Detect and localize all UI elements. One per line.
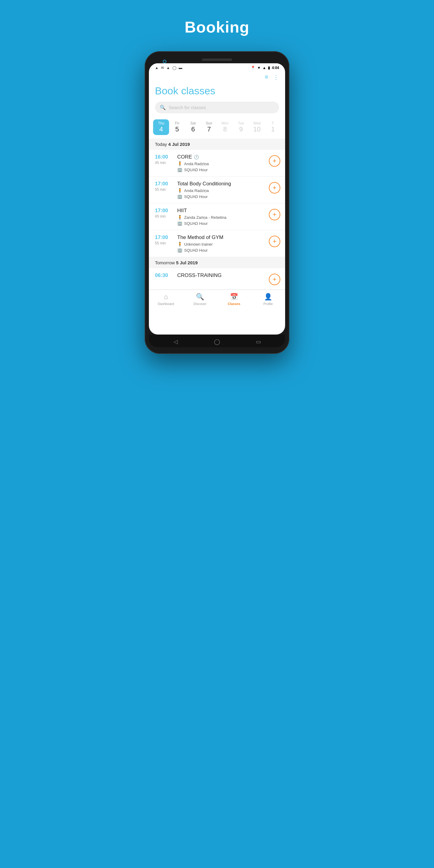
class-item: 16:00 45 min CORE 🕐 🧍Anda Radziņa 🏢SQUAD… xyxy=(149,150,285,177)
nav-item-dashboard[interactable]: ⌂ Dashboard xyxy=(149,293,183,306)
class-item: 17:00 55 min Total Body Conditioning 🧍An… xyxy=(149,177,285,204)
location-name: SQUAD Hour xyxy=(184,248,208,253)
phone-mockup: ▲ ✉ ▲ ◯ ▬ 📍 ▼ ▲ ▮ 4:04 ≡ ⋮ xyxy=(145,51,289,354)
more-options-icon[interactable]: ⋮ xyxy=(273,73,279,81)
book-classes-title: Book classes xyxy=(149,84,285,101)
class-duration: 45 min xyxy=(155,161,173,165)
location-icon: 🏢 xyxy=(177,167,182,172)
section-header: Tomorrow 5 Jul 2019 xyxy=(149,257,285,268)
section-header: Today 4 Jul 2019 xyxy=(149,138,285,150)
trainer-detail: 🧍Unknown trainer xyxy=(177,242,265,247)
trainer-icon: 🧍 xyxy=(177,161,182,166)
trainer-name: Unknown trainer xyxy=(184,242,213,247)
class-time: 17:00 xyxy=(155,208,173,214)
class-name: Total Body Conditioning xyxy=(177,181,265,187)
location-icon: 🏢 xyxy=(177,221,182,226)
location-detail: 🏢SQUAD Hour xyxy=(177,167,265,172)
day-number: 8 xyxy=(223,125,227,133)
card-icon: ▬ xyxy=(179,66,182,70)
camera xyxy=(163,60,166,63)
location-icon: 🏢 xyxy=(177,248,182,253)
home-gesture[interactable]: ◯ xyxy=(213,338,221,345)
circle-icon: ◯ xyxy=(173,66,176,70)
class-info: The Method of GYM 🧍Unknown trainer 🏢SQUA… xyxy=(177,235,265,253)
trainer-icon: 🧍 xyxy=(177,215,182,220)
speaker xyxy=(202,59,232,61)
add-class-button[interactable]: + xyxy=(269,182,280,193)
back-gesture[interactable]: ◁ xyxy=(172,338,179,345)
phone-screen: ▲ ✉ ▲ ◯ ▬ 📍 ▼ ▲ ▮ 4:04 ≡ ⋮ xyxy=(149,63,285,335)
location-name: SQUAD Hour xyxy=(184,167,208,172)
wifi-icon: ▼ xyxy=(257,66,261,70)
calendar-day[interactable]: Tue 9 xyxy=(233,119,249,135)
class-item: 17:00 45 min HIIT 🧍Zanda Zariņa - Rešeti… xyxy=(149,204,285,230)
class-time-block: 06:30 xyxy=(155,273,173,279)
signal-icon: ▲ xyxy=(262,66,266,70)
class-time: 16:00 xyxy=(155,154,173,160)
section-date: 5 Jul 2019 xyxy=(176,260,198,265)
calendar-day[interactable]: Sun 7 xyxy=(201,119,217,135)
day-name: T xyxy=(272,121,274,125)
day-name: Mon xyxy=(221,121,228,125)
filter-icon[interactable]: ≡ xyxy=(265,73,268,81)
class-info: CROSS-TRAINING xyxy=(177,273,265,278)
class-time-block: 16:00 45 min xyxy=(155,154,173,165)
section-date: 4 Jul 2019 xyxy=(168,142,190,147)
search-placeholder: Search for classes xyxy=(169,105,206,110)
trainer-name: Zanda Zariņa - Rešetina xyxy=(184,215,226,220)
phone-frame: ▲ ✉ ▲ ◯ ▬ 📍 ▼ ▲ ▮ 4:04 ≡ ⋮ xyxy=(145,51,289,354)
calendar-day[interactable]: Fri 5 xyxy=(169,119,185,135)
class-info: Total Body Conditioning 🧍Anda Radziņa 🏢S… xyxy=(177,181,265,199)
status-icons-left: ▲ ✉ ▲ ◯ ▬ xyxy=(155,66,182,70)
class-item: 17:00 55 min The Method of GYM 🧍Unknown … xyxy=(149,230,285,257)
search-bar[interactable]: 🔍 Search for classes xyxy=(155,101,279,113)
nav-classes-icon: 📅 xyxy=(230,293,238,301)
class-name: CORE 🕐 xyxy=(177,154,265,160)
nav-item-classes[interactable]: 📅 Classes xyxy=(217,293,251,306)
day-name: Tue xyxy=(238,121,244,125)
calendar-day[interactable]: Wed 10 xyxy=(249,119,265,135)
day-name: Sat xyxy=(190,121,195,125)
add-class-button[interactable]: + xyxy=(269,209,280,220)
drive-icon: ▲ xyxy=(155,66,158,70)
day-number: 6 xyxy=(191,125,195,133)
nav-item-discover[interactable]: 🔍 Discover xyxy=(183,293,217,306)
calendar-day[interactable]: T 1 xyxy=(265,119,281,135)
location-name: SQUAD Hour xyxy=(184,194,208,199)
add-class-button[interactable]: + xyxy=(269,236,280,247)
trainer-icon: 🧍 xyxy=(177,188,182,193)
classes-content: Today 4 Jul 2019 16:00 45 min CORE 🕐 🧍An… xyxy=(149,138,285,290)
class-time: 17:00 xyxy=(155,235,173,241)
class-name: The Method of GYM xyxy=(177,235,265,241)
calendar-day[interactable]: Mon 8 xyxy=(217,119,233,135)
location-icon: 🏢 xyxy=(177,194,182,199)
add-class-button[interactable]: + xyxy=(269,155,280,167)
class-info: CORE 🕐 🧍Anda Radziņa 🏢SQUAD Hour xyxy=(177,154,265,172)
class-time: 17:00 xyxy=(155,181,173,187)
day-number: 4 xyxy=(159,125,163,133)
bottom-nav: ⌂ Dashboard 🔍 Discover 📅 Classes 👤 Profi… xyxy=(149,290,285,308)
calendar-day[interactable]: Sat 6 xyxy=(185,119,201,135)
location-detail: 🏢SQUAD Hour xyxy=(177,194,265,199)
search-icon: 🔍 xyxy=(160,104,166,110)
day-number: 5 xyxy=(175,125,179,133)
nav-discover-label: Discover xyxy=(193,302,207,306)
class-name: CROSS-TRAINING xyxy=(177,273,265,278)
booking-clock-icon: 🕐 xyxy=(194,155,199,159)
clock-status: 4:04 xyxy=(272,66,279,70)
calendar-row: Thu 4 Fri 5 Sat 6 Sun 7 Mon 8 Tue 9 Wed … xyxy=(149,118,285,138)
status-bar: ▲ ✉ ▲ ◯ ▬ 📍 ▼ ▲ ▮ 4:04 xyxy=(149,63,285,71)
recents-gesture[interactable]: ▭ xyxy=(255,338,262,345)
day-name: Thu xyxy=(158,121,164,125)
trainer-detail: 🧍Anda Radziņa xyxy=(177,188,265,193)
add-class-button[interactable]: + xyxy=(269,274,280,285)
nav-item-profile[interactable]: 👤 Profile xyxy=(251,293,285,306)
class-item: 06:30 CROSS-TRAINING + xyxy=(149,268,285,290)
class-duration: 55 min xyxy=(155,241,173,245)
day-number: 10 xyxy=(253,125,260,133)
class-duration: 45 min xyxy=(155,214,173,218)
location-detail: 🏢SQUAD Hour xyxy=(177,221,265,226)
class-name: HIIT xyxy=(177,208,265,214)
calendar-day[interactable]: Thu 4 xyxy=(153,119,169,135)
trainer-detail: 🧍Zanda Zariņa - Rešetina xyxy=(177,215,265,220)
